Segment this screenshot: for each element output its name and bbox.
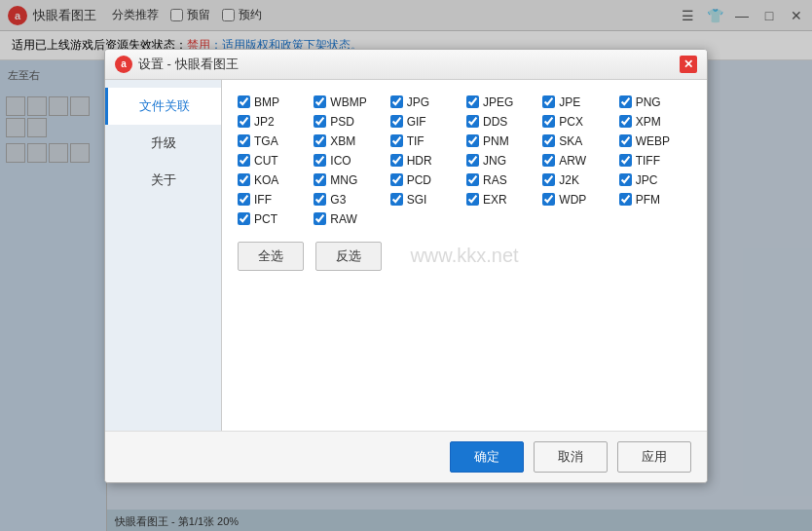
modal-footer: 确定 取消 应用 [105, 431, 707, 482]
confirm-button[interactable]: 确定 [450, 441, 524, 473]
file-item-pcx[interactable]: PCX [542, 115, 614, 129]
checkbox-tga[interactable] [238, 134, 250, 147]
checkbox-arw[interactable] [542, 154, 555, 167]
checkbox-g3[interactable] [314, 193, 326, 206]
modal-titlebar-left: a 设置 - 快眼看图王 [115, 56, 239, 73]
checkbox-cut[interactable] [238, 154, 250, 167]
checkbox-pfm[interactable] [619, 193, 632, 206]
modal-title: 设置 - 快眼看图王 [138, 56, 239, 73]
checkbox-webp[interactable] [619, 134, 632, 147]
checkbox-dds[interactable] [466, 115, 479, 128]
file-item-webp[interactable]: WEBP [619, 134, 691, 148]
checkbox-jpeg[interactable] [466, 95, 479, 108]
file-item-jpg[interactable]: JPG [390, 95, 462, 109]
checkbox-sgi[interactable] [390, 193, 403, 206]
checkbox-jpe[interactable] [542, 95, 555, 108]
file-item-g3[interactable]: G3 [314, 193, 386, 207]
checkbox-jp2[interactable] [238, 115, 250, 128]
checkbox-jng[interactable] [466, 154, 479, 167]
file-item-jp2[interactable]: JP2 [238, 115, 310, 129]
file-item-pcd[interactable]: PCD [390, 173, 462, 187]
file-item-gif[interactable]: GIF [390, 115, 462, 129]
checkbox-gif[interactable] [390, 115, 403, 128]
file-item-jng[interactable]: JNG [466, 154, 538, 168]
checkbox-mng[interactable] [314, 173, 326, 186]
checkbox-wbmp[interactable] [314, 95, 326, 108]
checkbox-koa[interactable] [238, 173, 250, 186]
file-item-mng[interactable]: MNG [314, 173, 386, 187]
file-item-wbmp[interactable]: WBMP [314, 95, 386, 109]
checkbox-ska[interactable] [542, 134, 555, 147]
file-item-exr[interactable]: EXR [466, 193, 538, 207]
file-item-ska[interactable]: SKA [542, 134, 614, 148]
file-item-jpe[interactable]: JPE [542, 95, 614, 109]
checkbox-xbm[interactable] [314, 134, 326, 147]
file-item-bmp[interactable]: BMP [238, 95, 310, 109]
checkbox-ras[interactable] [466, 173, 479, 186]
file-item-jpc[interactable]: JPC [619, 173, 691, 187]
file-item-pct[interactable]: PCT [238, 212, 310, 226]
file-type-grid: BMP WBMP JPG JPEG JPE PNG JP2 PSD GIF DD… [238, 95, 691, 226]
modal-body: 文件关联 升级 关于 BMP WBMP JPG JPEG JPE [105, 80, 707, 431]
file-item-tif[interactable]: TIF [390, 134, 462, 148]
file-item-j2k[interactable]: J2K [542, 173, 614, 187]
checkbox-png[interactable] [619, 95, 632, 108]
nav-item-upgrade[interactable]: 升级 [105, 125, 221, 162]
cancel-button[interactable]: 取消 [534, 441, 608, 473]
invert-select-button[interactable]: 反选 [315, 242, 382, 271]
file-item-raw[interactable]: RAW [314, 212, 386, 226]
file-item-koa[interactable]: KOA [238, 173, 310, 187]
checkbox-xpm[interactable] [619, 115, 632, 128]
nav-item-about[interactable]: 关于 [105, 162, 221, 199]
modal-close-button[interactable]: ✕ [680, 56, 697, 73]
file-item-pnm[interactable]: PNM [466, 134, 538, 148]
checkbox-pct[interactable] [238, 212, 250, 225]
checkbox-bmp[interactable] [238, 95, 250, 108]
file-item-psd[interactable]: PSD [314, 115, 386, 129]
checkbox-iff[interactable] [238, 193, 250, 206]
file-item-wdp[interactable]: WDP [542, 193, 614, 207]
file-item-png[interactable]: PNG [619, 95, 691, 109]
settings-dialog: a 设置 - 快眼看图王 ✕ 文件关联 升级 关于 [104, 49, 708, 483]
checkbox-pcd[interactable] [390, 173, 403, 186]
modal-actions-row: 全选 反选 [238, 242, 691, 271]
checkbox-jpg[interactable] [390, 95, 403, 108]
file-item-sgi[interactable]: SGI [390, 193, 462, 207]
file-item-tga[interactable]: TGA [238, 134, 310, 148]
select-all-button[interactable]: 全选 [238, 242, 304, 271]
file-item-pfm[interactable]: PFM [619, 193, 691, 207]
nav-item-file-assoc[interactable]: 文件关联 [105, 88, 221, 125]
file-item-cut[interactable]: CUT [238, 154, 310, 168]
checkbox-psd[interactable] [314, 115, 326, 128]
checkbox-wdp[interactable] [542, 193, 555, 206]
file-item-iff[interactable]: IFF [238, 193, 310, 207]
checkbox-exr[interactable] [466, 193, 479, 206]
apply-button[interactable]: 应用 [617, 441, 691, 473]
modal-overlay: a 设置 - 快眼看图王 ✕ 文件关联 升级 关于 [0, 0, 812, 531]
modal-logo: a [115, 56, 132, 73]
file-item-jpeg[interactable]: JPEG [466, 95, 538, 109]
checkbox-tif[interactable] [390, 134, 403, 147]
checkbox-ico[interactable] [314, 154, 326, 167]
file-item-ras[interactable]: RAS [466, 173, 538, 187]
modal-titlebar: a 设置 - 快眼看图王 ✕ [105, 50, 707, 80]
file-item-arw[interactable]: ARW [542, 154, 614, 168]
checkbox-raw[interactable] [314, 212, 326, 225]
file-item-ico[interactable]: ICO [314, 154, 386, 168]
checkbox-pcx[interactable] [542, 115, 555, 128]
file-item-dds[interactable]: DDS [466, 115, 538, 129]
checkbox-hdr[interactable] [390, 154, 403, 167]
file-item-tiff[interactable]: TIFF [619, 154, 691, 168]
file-item-hdr[interactable]: HDR [390, 154, 462, 168]
checkbox-tiff[interactable] [619, 154, 632, 167]
checkbox-pnm[interactable] [466, 134, 479, 147]
file-item-xpm[interactable]: XPM [619, 115, 691, 129]
modal-content: BMP WBMP JPG JPEG JPE PNG JP2 PSD GIF DD… [222, 80, 707, 431]
checkbox-j2k[interactable] [542, 173, 555, 186]
file-item-xbm[interactable]: XBM [314, 134, 386, 148]
modal-nav: 文件关联 升级 关于 [105, 80, 222, 431]
checkbox-jpc[interactable] [619, 173, 632, 186]
